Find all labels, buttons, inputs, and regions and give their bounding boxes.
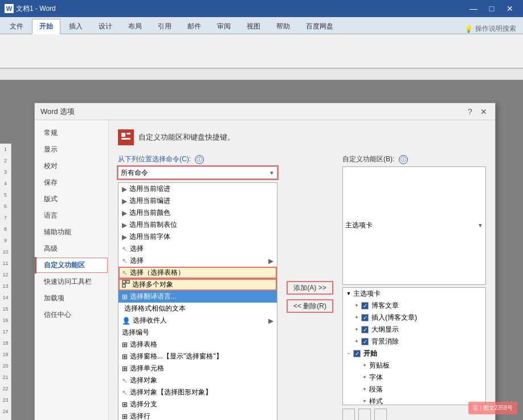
list-item[interactable]: ⊞ 选择单元格: [119, 362, 277, 374]
close-button[interactable]: ✕: [501, 2, 518, 15]
list-item[interactable]: ↖ 选择对象: [119, 374, 277, 386]
nav-item-layout[interactable]: 版式: [35, 191, 108, 207]
item-label: 选择收件人: [133, 316, 167, 325]
checkbox-blog[interactable]: ✓: [361, 302, 369, 309]
tree-item-paragraph[interactable]: + 段落: [343, 384, 485, 395]
remove-button[interactable]: << 删除(R): [287, 299, 333, 313]
expand-icon: +: [353, 302, 360, 309]
left-info-icon[interactable]: ⓘ: [195, 155, 204, 164]
list-item[interactable]: 选择编号: [119, 327, 277, 339]
list-item[interactable]: 👤 选择收件人 ▶: [119, 315, 277, 327]
nav-item-trust-center[interactable]: 信任中心: [35, 307, 108, 323]
nav-item-addins[interactable]: 加载项: [35, 290, 108, 307]
tree-item-styles[interactable]: + 样式: [343, 395, 485, 406]
nav-item-display[interactable]: 显示: [35, 141, 108, 158]
right-header: 自定义功能区(B): ⓘ: [342, 154, 486, 164]
checkbox-home[interactable]: ✓: [353, 350, 361, 357]
right-dropdown[interactable]: 主选项卡 ▼: [342, 166, 486, 285]
right-info-icon[interactable]: ⓘ: [399, 155, 408, 164]
command-list[interactable]: ▶ 选用当前缩进 ▶ 选用当前编进 ▶ 选用当前: [118, 182, 277, 420]
new-group-button[interactable]: [358, 409, 371, 420]
tab-home[interactable]: 开始: [32, 19, 60, 34]
list-item[interactable]: ⊞ 选择窗格...【显示"选择窗格"】: [119, 350, 277, 362]
ruler: [0, 68, 523, 80]
item-icon: ⊞: [122, 365, 128, 373]
tab-references[interactable]: 引用: [150, 19, 179, 34]
document-area: 1 2 3 4 5 6 7 8 9 10 11 12 13 14 15 16 1…: [0, 80, 523, 420]
list-item[interactable]: ⊞ 选择表格: [119, 339, 277, 350]
dialog-help-button[interactable]: ?: [464, 106, 476, 117]
list-item[interactable]: ↖ 选择对象【选择图形对象】: [119, 386, 277, 398]
nav-item-quick-access[interactable]: 快速访问工具栏: [35, 274, 108, 290]
section-icon: [118, 129, 134, 145]
list-item[interactable]: ▶ 选用当前缩进: [119, 183, 277, 195]
maximize-button[interactable]: □: [483, 2, 500, 15]
tab-file[interactable]: 文件: [2, 19, 31, 34]
checkbox-outline[interactable]: ✓: [361, 326, 369, 333]
tree-item-outline[interactable]: + ✓ 大纲显示: [343, 324, 485, 336]
list-item[interactable]: ↖ 选择 ▶: [119, 255, 277, 267]
list-item[interactable]: ▶ 选用当前编进: [119, 195, 277, 207]
list-item[interactable]: ↖ 选择: [119, 243, 277, 255]
left-dropdown[interactable]: 所有命令 ▼: [118, 166, 277, 179]
nav-item-proofing[interactable]: 校对: [35, 158, 108, 174]
checkbox-bg-remove[interactable]: ✓: [361, 338, 369, 345]
line-num-24: 24: [0, 406, 11, 417]
line-num-6: 6: [0, 201, 11, 212]
tree-item-blog[interactable]: + ✓ 博客文章: [343, 300, 485, 312]
nav-item-save[interactable]: 保存: [35, 174, 108, 191]
list-item-select-language[interactable]: ⊞ 选择翻译语言...: [119, 291, 277, 303]
item-icon: ▶: [122, 221, 127, 229]
item-label: 选择格式相似的文本: [124, 304, 186, 313]
tree-item-main-header[interactable]: ▼ 主选项卡: [343, 288, 485, 300]
tab-insert[interactable]: 插入: [62, 19, 90, 34]
list-item[interactable]: ▶ 选用当前字体: [119, 231, 277, 243]
svg-rect-0: [121, 133, 125, 137]
tab-view[interactable]: 视图: [239, 19, 268, 34]
line-num-23: 23: [0, 394, 11, 406]
list-item[interactable]: ▶ 选用当前制表位: [119, 219, 277, 231]
tab-baidu[interactable]: 百度网盘: [299, 19, 341, 34]
list-item-select-multiple[interactable]: 选择多个对象: [119, 279, 277, 291]
add-button[interactable]: 添加(A) >>: [287, 281, 333, 295]
expand-icon: +: [361, 398, 368, 405]
minimize-button[interactable]: —: [465, 2, 482, 15]
ribbon-tabs: 文件 开始 插入 设计 布局 引用 邮件 审阅 视图 帮助 百度网盘 💡 操作说…: [0, 17, 523, 34]
item-label: 选择（选择表格）: [130, 268, 185, 278]
tab-design[interactable]: 设计: [91, 19, 120, 34]
tab-help[interactable]: 帮助: [269, 19, 297, 34]
dialog-body: 常规 显示 校对 保存 版式 语言 辅助功能 高级 自定义功能区 快速访问工具栏…: [35, 120, 495, 420]
item-icon: ▶: [122, 233, 127, 241]
svg-rect-1: [126, 133, 130, 134]
nav-item-customize-ribbon[interactable]: 自定义功能区: [35, 257, 108, 274]
nav-item-accessibility[interactable]: 辅助功能: [35, 224, 108, 240]
nav-item-advanced[interactable]: 高级: [35, 240, 108, 257]
list-item[interactable]: ⊞ 选择分支: [119, 398, 277, 410]
title-controls: — □ ✕: [465, 2, 518, 15]
item-icon: ↖: [122, 389, 128, 397]
list-item[interactable]: ⊞ 选择行: [119, 410, 277, 420]
tree-item-font[interactable]: + 字体: [343, 372, 485, 384]
list-item-select-table[interactable]: ↖ 选择（选择表格）: [119, 267, 277, 279]
line-num-16: 16: [0, 315, 11, 326]
nav-item-general[interactable]: 常规: [35, 125, 108, 141]
nav-item-language[interactable]: 语言: [35, 207, 108, 224]
line-num-1: 1: [0, 144, 11, 155]
right-tree-list[interactable]: ▼ 主选项卡 + ✓ 博客文章: [342, 287, 486, 406]
checkbox-insert-blog[interactable]: ✓: [361, 314, 369, 321]
item-icon: ↖: [122, 269, 128, 277]
tree-item-home[interactable]: - ✓ 开始: [343, 348, 485, 360]
item-label: 选用当前编进: [129, 196, 170, 206]
tree-item-clipboard[interactable]: + 剪贴板: [343, 360, 485, 372]
tree-item-insert-blog[interactable]: + ✓ 插入(博客文章): [343, 312, 485, 324]
list-item[interactable]: 选择格式相似的文本: [119, 303, 277, 315]
new-tab-button[interactable]: [342, 409, 355, 420]
list-item[interactable]: ▶ 选用当前颜色: [119, 207, 277, 219]
dialog-close-button[interactable]: ✕: [478, 106, 489, 117]
tab-review[interactable]: 审阅: [210, 19, 238, 34]
tree-item-bg-remove[interactable]: + ✓ 背景消除: [343, 336, 485, 348]
tab-mailings[interactable]: 邮件: [180, 19, 209, 34]
item-icon: ↖: [122, 377, 128, 385]
tab-layout[interactable]: 布局: [121, 19, 149, 34]
rename-button[interactable]: [374, 409, 387, 420]
